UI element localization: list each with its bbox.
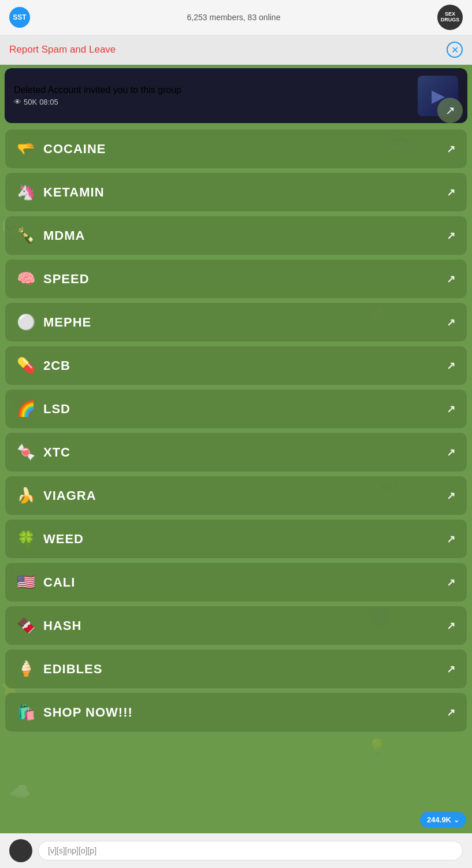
menu-item-left: ⚪ MEPHE xyxy=(17,313,91,331)
spam-text[interactable]: Report Spam and Leave xyxy=(9,44,116,55)
menu-item-left: 🍌 VIAGRA xyxy=(17,487,96,505)
menu-arrow-icon: ↗ xyxy=(447,229,455,242)
menu-arrow-icon: ↗ xyxy=(447,273,455,285)
menu-emoji: 🍾 xyxy=(17,227,35,244)
menu-emoji: 🍬 xyxy=(17,443,35,461)
menu-label: WEED xyxy=(43,532,84,547)
menu-label: LSD xyxy=(43,402,70,417)
menu-item-left: 🍀 WEED xyxy=(17,530,84,548)
menu-emoji: 🦄 xyxy=(17,183,35,201)
menu-label: KETAMIN xyxy=(43,185,105,200)
menu-emoji: ⚪ xyxy=(17,313,35,331)
menu-emoji: 🛍️ xyxy=(17,703,35,721)
invite-text: invited you to this group xyxy=(84,85,181,95)
menu-emoji: 🍌 xyxy=(17,487,35,505)
menu-emoji: 🇺🇸 xyxy=(17,573,35,591)
menu-arrow-icon: ↗ xyxy=(447,533,455,546)
menu-container: 🫳 COCAINE ↗ 🦄 KETAMIN ↗ 🍾 MDMA ↗ 🧠 SPEED… xyxy=(0,127,472,735)
header-left: SST xyxy=(9,7,30,28)
menu-item-left: 🛍️ SHOP NOW!!! xyxy=(17,703,133,721)
menu-item-left: 🦄 KETAMIN xyxy=(17,183,105,201)
menu-arrow-icon: ↗ xyxy=(447,663,455,676)
menu-item-lsd[interactable]: 🌈 LSD ↗ xyxy=(5,389,467,429)
menu-label: CALI xyxy=(43,575,75,590)
menu-item-speed[interactable]: 🧠 SPEED ↗ xyxy=(5,259,467,299)
menu-label: 2CB xyxy=(43,358,70,373)
menu-item-viagra[interactable]: 🍌 VIAGRA ↗ xyxy=(5,476,467,515)
menu-arrow-icon: ↗ xyxy=(447,359,455,372)
menu-label: XTC xyxy=(43,445,70,460)
group-avatar[interactable]: SEX DRUGS xyxy=(437,5,463,30)
share-area: ↗ xyxy=(0,98,472,123)
menu-label: HASH xyxy=(43,618,81,633)
menu-item-weed[interactable]: 🍀 WEED ↗ xyxy=(5,519,467,559)
members-info: 6,253 members, 83 online xyxy=(187,13,281,22)
menu-label: MDMA xyxy=(43,228,85,243)
video-invite-text: Deleted Account invited you to this grou… xyxy=(14,85,181,95)
scroll-badge[interactable]: 244.9K ⌄ xyxy=(420,812,466,828)
header: SST 6,253 members, 83 online SEX DRUGS xyxy=(0,0,472,35)
menu-item-2cb[interactable]: 💊 2CB ↗ xyxy=(5,346,467,385)
menu-label: MEPHE xyxy=(43,315,91,330)
menu-item-hash[interactable]: 🍫 HASH ↗ xyxy=(5,606,467,646)
spam-close-button[interactable]: ✕ xyxy=(447,42,463,58)
menu-item-edibles[interactable]: 🍦 EDIBLES ↗ xyxy=(5,649,467,689)
user-avatar xyxy=(9,839,32,862)
menu-item-ketamin[interactable]: 🦄 KETAMIN ↗ xyxy=(5,172,467,212)
scroll-count: 244.9K xyxy=(427,815,451,824)
menu-item-mephe[interactable]: ⚪ MEPHE ↗ xyxy=(5,302,467,342)
menu-emoji: 🌈 xyxy=(17,400,35,418)
menu-label: SHOP NOW!!! xyxy=(43,705,133,720)
menu-item-left: 🌈 LSD xyxy=(17,400,70,418)
menu-emoji: 🫳 xyxy=(17,140,35,158)
menu-arrow-icon: ↗ xyxy=(447,316,455,329)
menu-item-left: 🍾 MDMA xyxy=(17,227,85,244)
menu-item-shopnow[interactable]: 🛍️ SHOP NOW!!! ↗ xyxy=(5,692,467,732)
menu-label: COCAINE xyxy=(43,142,106,157)
menu-arrow-icon: ↗ xyxy=(447,186,455,199)
menu-arrow-icon: ↗ xyxy=(447,403,455,416)
deleted-account-label: Deleted Account xyxy=(14,85,81,95)
menu-arrow-icon: ↗ xyxy=(447,489,455,502)
menu-item-left: 🍬 XTC xyxy=(17,443,70,461)
scroll-down-icon: ⌄ xyxy=(454,816,459,824)
menu-arrow-icon: ↗ xyxy=(447,576,455,589)
share-button[interactable]: ↗ xyxy=(437,98,463,123)
menu-item-left: 🍦 EDIBLES xyxy=(17,660,102,678)
back-button[interactable]: SST xyxy=(9,7,30,28)
menu-arrow-icon: ↗ xyxy=(447,620,455,632)
menu-emoji: 🍀 xyxy=(17,530,35,548)
menu-item-left: 🫳 COCAINE xyxy=(17,140,106,158)
menu-item-xtc[interactable]: 🍬 XTC ↗ xyxy=(5,432,467,472)
menu-item-left: 🧠 SPEED xyxy=(17,270,90,288)
menu-label: EDIBLES xyxy=(43,662,102,677)
menu-arrow-icon: ↗ xyxy=(447,143,455,155)
menu-arrow-icon: ↗ xyxy=(447,706,455,719)
message-input[interactable]: [v][s][np][o][p] xyxy=(38,841,463,860)
menu-arrow-icon: ↗ xyxy=(447,446,455,459)
menu-emoji: 🧠 xyxy=(17,270,35,288)
bottom-bar: [v][s][np][o][p] xyxy=(0,833,472,868)
menu-item-cali[interactable]: 🇺🇸 CALI ↗ xyxy=(5,562,467,602)
spam-bar: Report Spam and Leave ✕ xyxy=(0,35,472,65)
menu-emoji: 🍦 xyxy=(17,660,35,678)
menu-item-cocaine[interactable]: 🫳 COCAINE ↗ xyxy=(5,129,467,169)
menu-label: SPEED xyxy=(43,272,90,287)
menu-item-left: 💊 2CB xyxy=(17,357,70,374)
menu-item-left: 🇺🇸 CALI xyxy=(17,573,75,591)
menu-item-mdma[interactable]: 🍾 MDMA ↗ xyxy=(5,216,467,255)
menu-label: VIAGRA xyxy=(43,488,96,503)
menu-item-left: 🍫 HASH xyxy=(17,617,81,635)
menu-emoji: 🍫 xyxy=(17,617,35,635)
menu-emoji: 💊 xyxy=(17,357,35,374)
